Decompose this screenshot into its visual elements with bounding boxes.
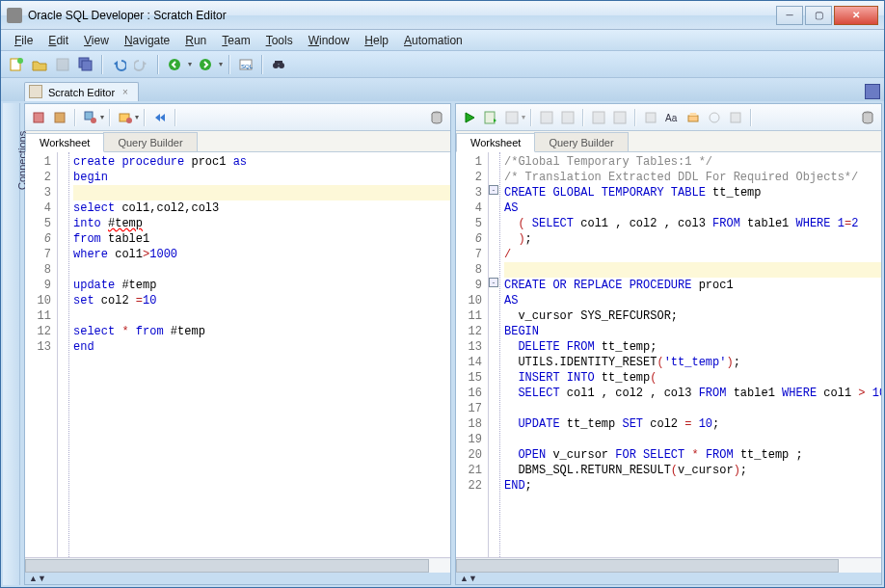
tool2-icon[interactable] [116, 108, 135, 127]
explain-icon[interactable] [502, 108, 522, 127]
clear-icon[interactable] [684, 108, 703, 127]
sub-separator [144, 109, 146, 126]
run-icon[interactable] [460, 108, 479, 127]
forward-icon[interactable] [196, 55, 215, 74]
expand-icon[interactable] [150, 108, 170, 127]
menu-edit[interactable]: Edit [40, 32, 76, 49]
left-code[interactable]: create procedure proc1 asbegin select co… [69, 152, 450, 557]
svg-rect-27 [688, 116, 698, 121]
left-ws-tabs: Worksheet Query Builder [25, 131, 450, 152]
tab-worksheet[interactable]: Worksheet [25, 133, 104, 152]
left-bottom-handles[interactable]: ▲▼ [25, 573, 450, 584]
right-bottom-handles[interactable]: ▲▼ [456, 573, 881, 584]
toolbar-separator [157, 55, 159, 74]
tab-close-icon[interactable]: × [122, 87, 128, 97]
svg-rect-11 [275, 61, 282, 64]
autotrace-icon[interactable] [537, 108, 556, 127]
tab-query-builder[interactable]: Query Builder [103, 132, 197, 151]
right-hscroll[interactable] [456, 557, 881, 573]
back-icon[interactable] [165, 55, 184, 74]
tab-worksheet[interactable]: Worksheet [456, 133, 535, 152]
maximize-button[interactable]: ▢ [805, 6, 832, 25]
toolbar-separator [228, 55, 230, 74]
svg-point-15 [91, 118, 96, 123]
menu-view[interactable]: View [76, 32, 117, 49]
commit-icon[interactable] [558, 108, 577, 127]
database-icon[interactable] [858, 108, 877, 127]
svg-rect-19 [485, 112, 495, 123]
database-icon[interactable] [427, 108, 446, 127]
right-pane: ▾ Aa Worksheet Query Builder [455, 103, 882, 585]
menu-run[interactable]: Run [177, 32, 214, 49]
sub-separator [530, 109, 532, 126]
menu-automation[interactable]: Automation [396, 32, 470, 49]
cube2-icon[interactable] [50, 108, 69, 127]
unshared-icon[interactable] [610, 108, 630, 127]
tab-query-builder[interactable]: Query Builder [534, 132, 628, 151]
menubar: FileEditViewNavigateRunTeamToolsWindowHe… [1, 30, 884, 51]
connections-rail[interactable]: Connections [3, 103, 20, 585]
close-button[interactable]: ✕ [834, 6, 878, 25]
tab-label: Scratch Editor [48, 87, 115, 98]
menu-team[interactable]: Team [214, 32, 257, 49]
menu-file[interactable]: File [7, 32, 40, 49]
sql-icon[interactable]: SQL [236, 55, 255, 74]
svg-rect-20 [506, 112, 518, 123]
explain-dropdown-icon[interactable]: ▾ [522, 113, 525, 121]
left-pane: ▾ ▾ Worksheet Query Builder 123456789101… [24, 103, 451, 585]
svg-rect-21 [541, 112, 552, 123]
svg-rect-25 [646, 113, 656, 122]
menu-window[interactable]: Window [301, 32, 358, 49]
app-icon [7, 8, 22, 23]
right-fold-gutter: -- [489, 152, 500, 557]
sub-separator [174, 109, 176, 126]
minimize-button[interactable]: ─ [776, 6, 803, 25]
svg-rect-4 [82, 61, 92, 70]
svg-point-6 [200, 59, 211, 70]
run-script-icon[interactable] [481, 108, 500, 127]
rec-icon[interactable] [726, 108, 745, 127]
save-icon[interactable] [53, 55, 72, 74]
menu-tools[interactable]: Tools [258, 32, 301, 49]
left-editor[interactable]: 12345678910111213 create procedure proc1… [25, 152, 450, 557]
svg-text:SQL: SQL [241, 64, 254, 69]
menu-help[interactable]: Help [357, 32, 396, 49]
rollback-icon[interactable] [589, 108, 608, 127]
document-icon [29, 85, 42, 98]
back-dropdown-icon[interactable]: ▾ [188, 60, 192, 68]
sub-separator [582, 109, 584, 126]
right-editor[interactable]: 12345678910111213141516171819202122 -- /… [456, 152, 881, 557]
svg-point-17 [126, 118, 132, 123]
tab-list-button[interactable] [865, 84, 880, 99]
case-icon[interactable]: Aa [662, 108, 682, 127]
svg-rect-12 [34, 113, 43, 122]
redo-icon[interactable] [132, 55, 151, 74]
tool1-icon[interactable] [81, 108, 100, 127]
sub-separator [109, 109, 111, 126]
menu-navigate[interactable]: Navigate [117, 32, 177, 49]
left-gutter: 12345678910111213 [25, 152, 58, 557]
right-code[interactable]: /*Global Temporary Tables:1 *//* Transla… [500, 152, 881, 557]
fold-toggle-icon[interactable]: - [489, 278, 498, 287]
new-icon[interactable] [7, 55, 26, 74]
left-fold-gutter [58, 152, 69, 557]
save-all-icon[interactable] [76, 55, 95, 74]
binoculars-icon[interactable] [269, 55, 288, 74]
svg-point-5 [169, 59, 180, 70]
tab-scratch-editor[interactable]: Scratch Editor × [24, 82, 139, 101]
tool2-dropdown-icon[interactable]: ▾ [135, 113, 139, 121]
cube-icon[interactable] [29, 108, 48, 127]
fold-toggle-icon[interactable]: - [489, 185, 498, 195]
open-icon[interactable] [30, 55, 49, 74]
titlebar: Oracle SQL Developer : Scratch Editor ─ … [1, 1, 884, 30]
tool1-dropdown-icon[interactable]: ▾ [100, 113, 104, 121]
svg-rect-22 [562, 112, 574, 123]
forward-dropdown-icon[interactable]: ▾ [219, 60, 223, 68]
history-icon[interactable] [705, 108, 724, 127]
sub-separator [750, 109, 752, 126]
left-hscroll[interactable] [25, 557, 450, 573]
svg-rect-13 [55, 113, 65, 122]
format-icon[interactable] [641, 108, 660, 127]
undo-icon[interactable] [109, 55, 128, 74]
toolbar-separator [261, 55, 263, 74]
